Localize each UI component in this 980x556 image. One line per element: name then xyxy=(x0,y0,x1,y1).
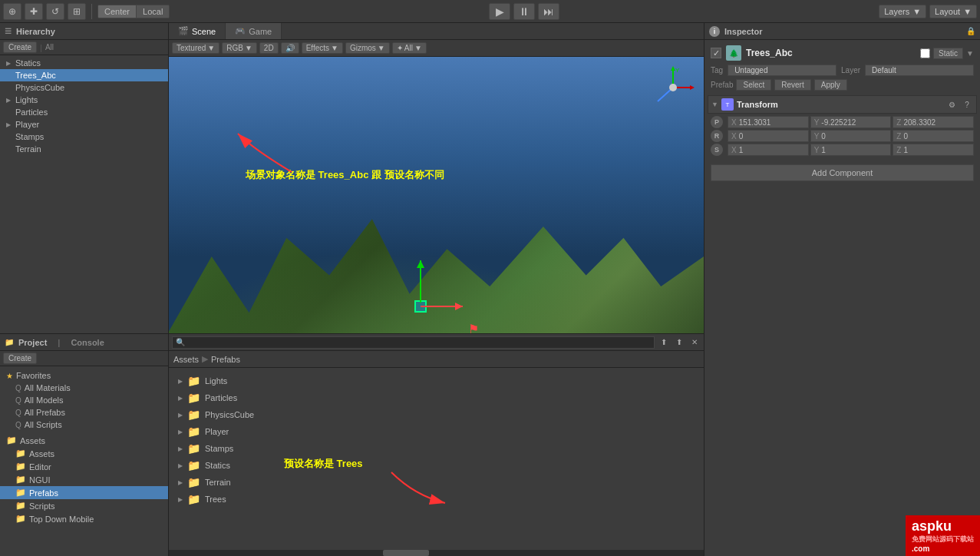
layers-dropdown[interactable]: Layers ▼ xyxy=(879,5,926,18)
assets-header[interactable]: 📁 Assets xyxy=(0,434,168,447)
layer-value[interactable]: Default xyxy=(865,65,974,76)
file-item-physicscube[interactable]: ▶ 📁 PhysicsCube xyxy=(173,406,699,423)
console-tab[interactable]: Console xyxy=(71,338,104,347)
star-icon: ★ xyxy=(6,372,13,380)
transform-settings-icon[interactable]: ⚙ xyxy=(945,98,958,111)
rgb-label: RGB xyxy=(226,44,243,52)
select-btn[interactable]: Select xyxy=(736,79,771,91)
object-active-checkbox[interactable]: ✓ xyxy=(711,48,721,58)
file-item-particles[interactable]: ▶ 📁 Particles xyxy=(173,389,699,406)
file-item-statics[interactable]: ▶ 📁 Statics xyxy=(173,457,699,474)
layout-dropdown[interactable]: Layout ▼ xyxy=(929,5,977,18)
hierarchy-item-terrain[interactable]: ▶Terrain xyxy=(0,143,168,155)
project-sidebar: ★ Favorites Q All Materials Q All Models… xyxy=(0,366,168,556)
inspector-header: i Inspector 🔒 xyxy=(704,23,980,40)
step-btn[interactable]: ⏭ xyxy=(538,3,559,20)
tag-value[interactable]: Untagged xyxy=(728,65,836,76)
favorites-header[interactable]: ★ Favorites xyxy=(0,369,168,382)
undo-btn[interactable]: ↺ xyxy=(46,3,64,20)
svg-text:Y: Y xyxy=(675,67,680,74)
pos-z-field[interactable]: Z208.3302 xyxy=(893,116,974,128)
add-component-btn[interactable]: Add Component xyxy=(711,164,974,181)
file-item-lights[interactable]: ▶ 📁 Lights xyxy=(173,372,699,389)
rot-y-field[interactable]: Y0 xyxy=(810,130,892,142)
center-btn[interactable]: Center xyxy=(98,5,137,18)
proj-assets[interactable]: 📁 Assets xyxy=(0,447,168,460)
scene-tab-game[interactable]: 🎮Game xyxy=(226,23,282,39)
apply-btn[interactable]: Apply xyxy=(814,79,847,91)
project-create-btn[interactable]: Create xyxy=(3,352,37,364)
proj-all-prefabs[interactable]: Q All Prefabs xyxy=(0,406,168,419)
scrollbar-thumb[interactable] xyxy=(383,550,429,556)
hierarchy-item-trees_abc[interactable]: ▶Trees_Abc xyxy=(0,69,168,81)
revert-btn[interactable]: Revert xyxy=(774,79,810,91)
effects-dropdown[interactable]: Effects ▼ xyxy=(302,42,343,54)
redo-btn[interactable]: ⊞ xyxy=(68,3,86,20)
hierarchy-item-player[interactable]: ▶Player xyxy=(0,118,168,131)
bottom-icon1[interactable]: ⬆ xyxy=(658,336,670,349)
file-item-stamps[interactable]: ▶ 📁 Stamps xyxy=(173,440,699,457)
horizontal-scrollbar[interactable] xyxy=(169,550,704,556)
hierarchy-item-physicscube[interactable]: ▶PhysicsCube xyxy=(0,81,168,94)
2d-btn[interactable]: 2D xyxy=(259,42,279,54)
assets-item-label: Assets xyxy=(29,449,54,458)
scripts-item-label: Scripts xyxy=(29,501,55,511)
object-row: ✓ 🌲 Trees_Abc Static ▼ xyxy=(708,43,977,63)
breadcrumb-assets[interactable]: Assets xyxy=(173,355,199,364)
proj-all-scripts[interactable]: Q All Scripts xyxy=(0,419,168,431)
file-item-trees[interactable]: ▶ 📁 Trees xyxy=(173,491,699,508)
hierarchy-item-stamps[interactable]: ▶Stamps xyxy=(0,131,168,143)
proj-all-models[interactable]: Q All Models xyxy=(0,394,168,406)
play-btn[interactable]: ▶ xyxy=(489,3,510,20)
project-title: Project xyxy=(18,338,47,347)
rot-x-field[interactable]: X0 xyxy=(728,130,809,142)
folder-icon-prefabs: 📁 xyxy=(15,488,26,498)
pause-btn[interactable]: ⏸ xyxy=(513,3,535,20)
all-dropdown[interactable]: ✦ All ▼ xyxy=(392,42,427,54)
pos-x-field[interactable]: X151.3031 xyxy=(728,116,809,128)
bottom-icon2[interactable]: ⬆ xyxy=(673,336,685,349)
scene-tab-scene[interactable]: 🎬Scene xyxy=(169,23,226,39)
hierarchy-item-statics[interactable]: ▶Statics xyxy=(0,57,168,69)
unity-icon-btn[interactable]: ⊕ xyxy=(3,3,21,20)
transform-component-header[interactable]: ▼ T Transform ⚙ ? xyxy=(708,95,977,114)
proj-topdown[interactable]: 📁 Top Down Mobile xyxy=(0,512,168,525)
pos-y-field[interactable]: Y-9.225212 xyxy=(810,116,892,128)
proj-scripts[interactable]: 📁 Scripts xyxy=(0,499,168,512)
rgb-dropdown[interactable]: RGB ▼ xyxy=(222,42,257,54)
breadcrumb-prefabs[interactable]: Prefabs xyxy=(211,355,240,364)
gizmos-dropdown[interactable]: Gizmos ▼ xyxy=(345,42,390,54)
static-checkbox[interactable] xyxy=(920,48,930,58)
object-name[interactable]: Trees_Abc xyxy=(746,48,916,58)
hierarchy-item-lights[interactable]: ▶Lights xyxy=(0,94,168,106)
proj-all-materials[interactable]: Q All Materials xyxy=(0,382,168,394)
transform-arrow-y xyxy=(420,260,421,303)
scl-x-field[interactable]: X1 xyxy=(728,144,809,156)
file-item-terrain[interactable]: ▶ 📁 Terrain xyxy=(173,474,699,491)
folder-icon: 📁 xyxy=(187,392,200,404)
proj-ngui[interactable]: 📁 NGUI xyxy=(0,473,168,486)
audio-btn[interactable]: 🔊 xyxy=(281,42,299,54)
local-btn[interactable]: Local xyxy=(137,5,169,18)
transform-help-icon[interactable]: ? xyxy=(961,98,973,111)
scene-toolbar: Textured ▼ RGB ▼ 2D 🔊 Effects ▼ Gizmos ▼… xyxy=(169,40,704,57)
static-badge[interactable]: Static xyxy=(933,48,963,59)
rot-z-field[interactable]: Z0 xyxy=(893,130,974,142)
file-item-player[interactable]: ▶ 📁 Player xyxy=(173,423,699,440)
add-btn[interactable]: ✚ xyxy=(25,3,43,20)
hierarchy-header: ☰ Hierarchy xyxy=(0,23,168,40)
scl-z-field[interactable]: Z1 xyxy=(893,144,974,156)
ngui-item-label: NGUI xyxy=(29,475,51,485)
watermark-url: .com xyxy=(912,544,974,553)
bottom-icon3[interactable]: ✕ xyxy=(688,336,701,349)
static-chevron[interactable]: ▼ xyxy=(966,49,974,58)
inspector-lock[interactable]: 🔒 xyxy=(966,27,975,35)
hierarchy-create-btn[interactable]: Create xyxy=(3,41,37,53)
breadcrumb-sep: ▶ xyxy=(202,354,208,364)
scl-y-field[interactable]: Y1 xyxy=(810,144,892,156)
textured-dropdown[interactable]: Textured ▼ xyxy=(172,42,219,54)
proj-editor[interactable]: 📁 Editor xyxy=(0,460,168,473)
proj-prefabs[interactable]: 📁 Prefabs xyxy=(0,486,168,499)
expand-arrow: ▶ xyxy=(6,60,11,67)
hierarchy-item-particles[interactable]: ▶Particles xyxy=(0,106,168,118)
